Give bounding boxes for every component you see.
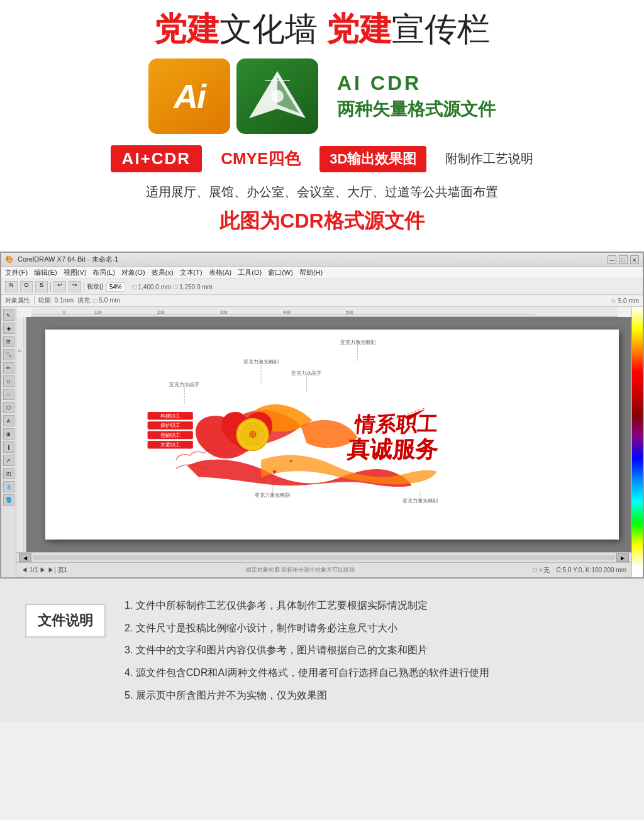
restore-button[interactable]: □ (619, 255, 628, 264)
tool-rect[interactable]: □ (3, 375, 14, 387)
tool-shape[interactable]: ◈ (3, 323, 14, 334)
title-dangJian1: 党建 (154, 11, 219, 47)
menu-table[interactable]: 表格(A) (209, 268, 232, 277)
color-display: C:5,0 Y:0, K:100 200 mm (556, 567, 626, 573)
toolbar-divider2 (84, 282, 84, 292)
scroll-track[interactable] (33, 555, 615, 560)
tb-new[interactable]: N (5, 281, 18, 292)
info-item-2: 2. 文件尺寸是投稿比例缩小设计，制作时请务必注意尺寸大小 (125, 620, 619, 636)
svg-text:♥: ♥ (289, 458, 292, 464)
suitable-text: 适用展厅、展馆、办公室、会议室、大厅、过道等公共墙面布置 (25, 182, 619, 201)
tb-stroke: 轮廓: 0.1mm (38, 296, 74, 305)
tb-fill: 填充: □ 5.0 mm (77, 296, 120, 305)
svg-text:理解职工: 理解职工 (160, 433, 180, 438)
color-palette[interactable] (631, 307, 643, 577)
secondary-toolbar: 对象属性 轮廓: 0.1mm 填充: □ 5.0 mm ☆ 5.0 mm (1, 295, 643, 307)
scroll-right-btn[interactable]: ▶ (616, 553, 629, 562)
tool-crop[interactable]: ⊡ (3, 336, 14, 347)
cdr-bottom-scroll: ◀ ▶ ◀ 1/1 ▶ ▶| 页1 锁定对象轮廓 鼠标单击选中对象并可以移动 □… (16, 552, 631, 577)
tool-connector[interactable]: ⤢ (3, 455, 14, 466)
format-line1: AI CDR (337, 72, 496, 95)
horizontal-ruler: 0 100 200 300 400 500 (31, 307, 618, 317)
badge-ai-cdr: AI+CDR (111, 145, 203, 172)
menu-help[interactable]: 帮助(H) (299, 268, 323, 277)
menu-tools[interactable]: 工具(O) (238, 268, 262, 277)
title-dangJian2: 党建 (326, 11, 392, 47)
coords-display: □ ☓ 无 (533, 566, 550, 575)
info-item-5: 5. 展示页中所含图片并不为实物，仅为效果图 (125, 687, 619, 704)
cdr-toolbar: N O S ↩ ↪ 视觉() 54% □ 1,400.0 mm □ 1,250.… (1, 279, 643, 295)
svg-text:关爱职工: 关爱职工 (160, 442, 180, 448)
toolbar-size: □ 1,400.0 mm (133, 284, 172, 291)
coreldraw-icon: 🎨 (5, 255, 14, 263)
badge-3d: 3D输出效果图 (319, 146, 426, 172)
menu-file[interactable]: 文件(F) (5, 268, 28, 277)
svg-text:亚克力激光雕刻: 亚克力激光雕刻 (243, 359, 279, 365)
tool-color-eyedrop[interactable]: 💧 (3, 481, 14, 492)
coreldraw-window: 🎨 CorelDRAW X7 64-Bit - 未命名-1 ─ □ ✕ 文件(F… (1, 253, 643, 577)
svg-text:100: 100 (94, 310, 102, 314)
info-item-4: 4. 源文件包含CDR和AI两种文件格式，使用者可自行选择自己熟悉的软件进行使用 (125, 665, 619, 681)
cdr-titlebar: 🎨 CorelDRAW X7 64-Bit - 未命名-1 ─ □ ✕ (1, 253, 643, 267)
svg-text:亚克力激光雕刻: 亚克力激光雕刻 (340, 340, 375, 345)
tb-objects-label: 对象属性 (5, 296, 30, 305)
info-item-3: 3. 文件中的文字和图片内容仅供参考，图片请根据自己的文案和图片 (125, 642, 619, 658)
scroll-left-btn[interactable]: ◀ (19, 553, 31, 562)
cdr-titlebar-left: 🎨 CorelDRAW X7 64-Bit - 未命名-1 (5, 255, 118, 264)
cdr-main-content: ↖ ◈ ⊡ 🔍 ✏ □ ○ ⬡ A ⊞ ∥ ⤢ ◰ 💧 🪣 (1, 307, 643, 577)
win-controls: ─ □ ✕ (608, 255, 639, 264)
svg-text:400: 400 (283, 310, 291, 314)
tool-fill[interactable]: 🪣 (3, 494, 14, 506)
tb-open[interactable]: O (20, 281, 33, 292)
cdr-menubar: 文件(F) 编辑(E) 视图(V) 布局(L) 对象(O) 效果(x) 文本(T… (1, 267, 643, 279)
canvas-region: 0 100 200 300 400 500 (16, 307, 631, 577)
menu-window[interactable]: 窗口(W) (268, 268, 293, 277)
svg-text:亚克力水晶字: 亚克力水晶字 (169, 382, 199, 387)
tool-parallel[interactable]: ∥ (3, 441, 14, 453)
horizontal-scrollbar: ◀ ▶ (16, 552, 631, 562)
tb-save[interactable]: S (35, 281, 48, 292)
menu-text[interactable]: 文本(T) (180, 268, 203, 277)
close-button[interactable]: ✕ (630, 255, 639, 264)
svg-text:500: 500 (346, 310, 353, 314)
toolbar-zoom-label: 视觉() (87, 282, 104, 291)
main-title: 党建文化墙 党建宣传栏 (25, 11, 619, 47)
tool-polygon[interactable]: ⬡ (3, 402, 14, 413)
menu-effects[interactable]: 效果(x) (152, 268, 174, 277)
design-svg: 亚克力激光雕刻 亚克力激光雕刻 亚克力水晶字 亚克力水晶字 亚克力激光雕刻 (45, 330, 619, 540)
cdr-canvas[interactable]: 亚克力激光雕刻 亚克力激光雕刻 亚克力水晶字 亚克力水晶字 亚克力激光雕刻 (26, 317, 631, 552)
tb-undo[interactable]: ↩ (53, 281, 66, 292)
title-mid: 文化墙 (219, 11, 326, 47)
svg-text:♥: ♥ (272, 468, 276, 475)
tool-zoom[interactable]: 🔍 (3, 349, 14, 360)
tool-freehand[interactable]: ✏ (3, 362, 14, 374)
coreldraw-screenshot: 🎨 CorelDRAW X7 64-Bit - 未命名-1 ─ □ ✕ 文件(F… (0, 252, 644, 579)
tool-table[interactable]: ⊞ (3, 428, 14, 440)
svg-text:亚克力水晶字: 亚克力水晶字 (291, 370, 321, 376)
menu-edit[interactable]: 编辑(E) (34, 268, 57, 277)
badge-note: 附制作工艺说明 (445, 150, 533, 167)
tool-ellipse[interactable]: ○ (3, 389, 14, 400)
svg-point-2 (271, 90, 284, 102)
tb-redo[interactable]: ↪ (69, 281, 81, 292)
menu-layout[interactable]: 布局(L) (92, 268, 114, 277)
canvas-page: 亚克力激光雕刻 亚克力激光雕刻 亚克力水晶字 亚克力水晶字 亚克力激光雕刻 (45, 330, 619, 540)
center-status: 锁定对象轮廓 鼠标单击选中对象并可以移动 (74, 566, 527, 574)
format-text: AI CDR 两种矢量格式源文件 (337, 72, 496, 121)
toolbar-divider (50, 282, 51, 292)
file-note-label: 文件说明 (25, 604, 106, 638)
info-item-1: 1. 文件中所标制作工艺仅供参考，具体制作工艺要根据实际情况制定 (125, 597, 619, 614)
svg-text:真诚服务: 真诚服务 (346, 437, 439, 462)
menu-object[interactable]: 对象(O) (121, 268, 145, 277)
toolbar-size2: □ 1,250.0 mm (174, 284, 213, 291)
toolbar-zoom-value[interactable]: 54% (106, 282, 125, 292)
tool-text[interactable]: A (3, 415, 14, 426)
minimize-button[interactable]: ─ (608, 255, 616, 264)
svg-text:保护职工: 保护职工 (160, 423, 180, 428)
menu-view[interactable]: 视图(V) (64, 268, 87, 277)
tool-select[interactable]: ↖ (3, 309, 14, 321)
top-section: 党建文化墙 党建宣传栏 Ai AI CDR 两种矢量格式源文件 AI+CDR C… (0, 0, 644, 252)
svg-text:300: 300 (220, 310, 228, 314)
tool-drop-shadow[interactable]: ◰ (3, 468, 14, 479)
cdr-toolbox: ↖ ◈ ⊡ 🔍 ✏ □ ○ ⬡ A ⊞ ∥ ⤢ ◰ 💧 🪣 (1, 307, 16, 577)
